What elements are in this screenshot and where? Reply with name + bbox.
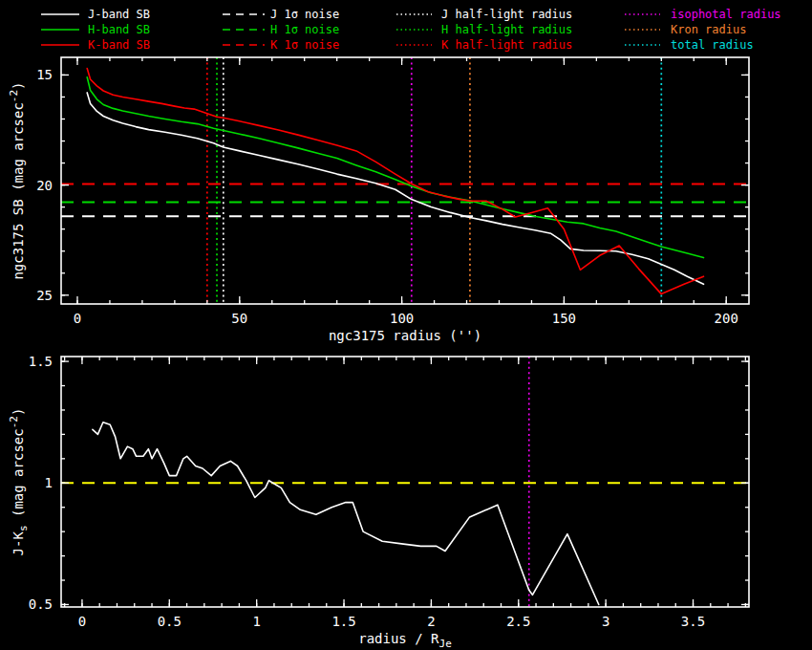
- y-tick-label-top-25: 25: [36, 288, 53, 303]
- legend-label-j-band-sb: J-band SB: [88, 8, 150, 21]
- chart-top: 050100150200152025ngc3175 radius ('')ngc…: [8, 57, 749, 343]
- legend-label-h-band-sb: H-band SB: [88, 23, 150, 36]
- legend: J-band SBH-band SBK-band SBJ 1σ noiseH 1…: [41, 8, 781, 52]
- x-tick-label-top-0: 0: [74, 311, 81, 326]
- ngc3175-photometry-figure: 050100150200152025ngc3175 radius ('')ngc…: [0, 0, 812, 650]
- y-axis-title-top: ngc3175 SB (mag arcsec-2): [8, 81, 26, 279]
- x-tick-label-bottom-3: 3: [602, 614, 609, 629]
- legend-label-k-band-sb: K-band SB: [88, 38, 150, 52]
- y-tick-label-bottom-1-5: 1.5: [29, 354, 53, 369]
- series-h-band-sb: [87, 77, 703, 258]
- axes-frame-bottom: [61, 357, 749, 607]
- x-tick-label-bottom-0: 0: [78, 614, 86, 629]
- x-tick-label-top-200: 200: [715, 311, 738, 326]
- x-tick-label-bottom-2: 2: [427, 614, 435, 629]
- series-j-ks-color-profile: [93, 422, 599, 605]
- axis-ticks-bottom: [61, 357, 749, 607]
- y-tick-label-bottom-0-5: 0.5: [29, 596, 53, 612]
- legend-label-kron-radius: Kron radius: [671, 23, 746, 36]
- x-tick-label-top-150: 150: [552, 311, 576, 326]
- series-k-band-sb: [87, 69, 703, 294]
- y-tick-label-top-15: 15: [36, 67, 53, 82]
- sb-profile-plots: 050100150200152025ngc3175 radius ('')ngc…: [0, 0, 812, 650]
- chart-bottom: 00.511.522.533.50.511.5radius / RJeJ-Ks …: [8, 354, 749, 650]
- x-tick-label-top-50: 50: [231, 311, 247, 326]
- y-axis-title-bottom: J-Ks (mag arcsec-2): [8, 408, 30, 556]
- legend-label-isophotal-radius: isophotal radius: [671, 8, 781, 21]
- legend-label-j-half-light-radius: J half-light radius: [441, 8, 572, 21]
- x-tick-label-bottom-3-5: 3.5: [681, 614, 705, 629]
- legend-label-total-radius: total radius: [671, 38, 754, 52]
- x-tick-label-bottom-1: 1: [252, 614, 260, 629]
- legend-label-j-1-noise: J 1σ noise: [270, 8, 339, 21]
- legend-label-h-1-noise: H 1σ noise: [270, 23, 339, 36]
- x-tick-label-bottom-2-5: 2.5: [506, 614, 530, 629]
- x-tick-label-bottom-1-5: 1.5: [331, 614, 355, 629]
- x-tick-label-bottom-0-5: 0.5: [158, 614, 182, 629]
- legend-label-h-half-light-radius: H half-light radius: [441, 23, 572, 36]
- x-axis-title-bottom: radius / RJe: [358, 631, 452, 650]
- legend-label-k-1-noise: K 1σ noise: [270, 38, 339, 52]
- legend-label-k-half-light-radius: K half-light radius: [441, 38, 572, 52]
- y-tick-label-bottom-1: 1: [45, 475, 53, 490]
- y-tick-label-top-20: 20: [36, 178, 53, 193]
- x-tick-label-top-100: 100: [390, 311, 414, 326]
- x-axis-title-top: ngc3175 radius (''): [329, 328, 481, 343]
